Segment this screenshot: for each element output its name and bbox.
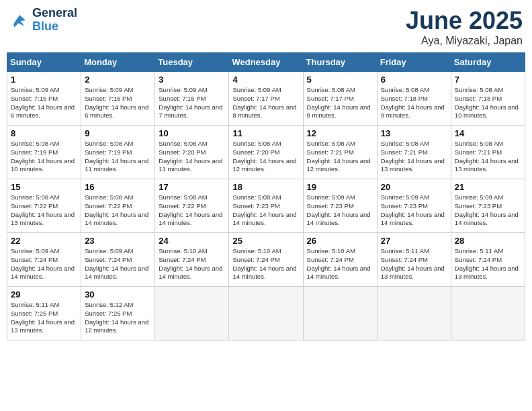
table-row: 15 Sunrise: 5:08 AM Sunset: 7:22 PM Dayl… [7,179,81,233]
table-row: 5 Sunrise: 5:08 AM Sunset: 7:17 PM Dayli… [303,72,377,126]
day-detail: Sunrise: 5:09 AM Sunset: 7:17 PM Dayligh… [232,86,299,120]
day-detail: Sunrise: 5:08 AM Sunset: 7:21 PM Dayligh… [381,140,447,174]
table-row [451,287,525,340]
day-detail: Sunrise: 5:10 AM Sunset: 7:24 PM Dayligh… [232,247,299,281]
day-detail: Sunrise: 5:08 AM Sunset: 7:22 PM Dayligh… [159,193,225,228]
day-detail: Sunrise: 5:08 AM Sunset: 7:17 PM Dayligh… [307,86,373,120]
day-number: 17 [159,182,225,192]
table-row: 2 Sunrise: 5:09 AM Sunset: 7:16 PM Dayli… [81,72,155,126]
table-row: 23 Sunrise: 5:09 AM Sunset: 7:24 PM Dayl… [81,233,155,287]
day-detail: Sunrise: 5:08 AM Sunset: 7:22 PM Dayligh… [11,193,77,228]
day-detail: Sunrise: 5:09 AM Sunset: 7:24 PM Dayligh… [11,247,77,281]
month-title: June 2025 [406,7,523,35]
calendar-week-row: 29 Sunrise: 5:11 AM Sunset: 7:25 PM Dayl… [7,287,525,340]
day-number: 25 [232,236,299,246]
table-row: 19 Sunrise: 5:09 AM Sunset: 7:23 PM Dayl… [303,179,377,233]
logo-line2: Blue [32,20,77,34]
day-detail: Sunrise: 5:08 AM Sunset: 7:19 PM Dayligh… [85,140,151,174]
table-row: 17 Sunrise: 5:08 AM Sunset: 7:22 PM Dayl… [155,179,229,233]
header-tuesday: Tuesday [155,53,229,72]
weekday-header-row: Sunday Monday Tuesday Wednesday Thursday… [7,53,525,72]
day-number: 26 [307,236,373,246]
day-detail: Sunrise: 5:09 AM Sunset: 7:15 PM Dayligh… [11,86,77,120]
day-number: 19 [307,182,373,192]
table-row [377,287,451,340]
day-number: 23 [85,236,151,246]
day-detail: Sunrise: 5:10 AM Sunset: 7:24 PM Dayligh… [159,247,225,281]
table-row [229,287,303,340]
day-detail: Sunrise: 5:09 AM Sunset: 7:24 PM Dayligh… [85,247,151,281]
svg-marker-0 [13,15,26,27]
day-number: 10 [159,128,225,138]
day-number: 22 [11,236,77,246]
table-row: 22 Sunrise: 5:09 AM Sunset: 7:24 PM Dayl… [7,233,81,287]
table-row: 11 Sunrise: 5:08 AM Sunset: 7:20 PM Dayl… [229,126,303,179]
table-row: 20 Sunrise: 5:09 AM Sunset: 7:23 PM Dayl… [377,179,451,233]
day-detail: Sunrise: 5:08 AM Sunset: 7:18 PM Dayligh… [455,86,521,120]
table-row: 4 Sunrise: 5:09 AM Sunset: 7:17 PM Dayli… [229,72,303,126]
calendar-week-row: 22 Sunrise: 5:09 AM Sunset: 7:24 PM Dayl… [7,233,525,287]
table-row: 9 Sunrise: 5:08 AM Sunset: 7:19 PM Dayli… [81,126,155,179]
day-number: 4 [232,75,299,85]
day-number: 13 [381,128,447,138]
table-row: 26 Sunrise: 5:10 AM Sunset: 7:24 PM Dayl… [303,233,377,287]
header-thursday: Thursday [303,53,377,72]
table-row: 14 Sunrise: 5:08 AM Sunset: 7:21 PM Dayl… [451,126,525,179]
header-friday: Friday [377,53,451,72]
day-detail: Sunrise: 5:09 AM Sunset: 7:16 PM Dayligh… [159,86,225,120]
table-row: 8 Sunrise: 5:08 AM Sunset: 7:19 PM Dayli… [7,126,81,179]
table-row: 6 Sunrise: 5:08 AM Sunset: 7:18 PM Dayli… [377,72,451,126]
table-row: 27 Sunrise: 5:11 AM Sunset: 7:24 PM Dayl… [377,233,451,287]
day-number: 8 [11,128,77,138]
location-title: Aya, Miyazaki, Japan [406,35,523,47]
day-number: 2 [85,75,151,85]
calendar-week-row: 8 Sunrise: 5:08 AM Sunset: 7:19 PM Dayli… [7,126,525,179]
logo-text: General Blue [32,7,77,34]
logo-icon [9,10,30,30]
day-number: 6 [381,75,447,85]
table-row: 16 Sunrise: 5:08 AM Sunset: 7:22 PM Dayl… [81,179,155,233]
table-row: 7 Sunrise: 5:08 AM Sunset: 7:18 PM Dayli… [451,72,525,126]
day-detail: Sunrise: 5:08 AM Sunset: 7:23 PM Dayligh… [232,193,299,228]
logo-line1: General [32,7,77,20]
day-detail: Sunrise: 5:08 AM Sunset: 7:18 PM Dayligh… [381,86,447,120]
table-row: 3 Sunrise: 5:09 AM Sunset: 7:16 PM Dayli… [155,72,229,126]
table-row: 1 Sunrise: 5:09 AM Sunset: 7:15 PM Dayli… [7,72,81,126]
table-row [155,287,229,340]
day-number: 1 [11,75,77,85]
table-row: 13 Sunrise: 5:08 AM Sunset: 7:21 PM Dayl… [377,126,451,179]
table-row: 24 Sunrise: 5:10 AM Sunset: 7:24 PM Dayl… [155,233,229,287]
day-detail: Sunrise: 5:09 AM Sunset: 7:23 PM Dayligh… [381,193,447,228]
day-detail: Sunrise: 5:11 AM Sunset: 7:25 PM Dayligh… [11,301,77,335]
table-row: 18 Sunrise: 5:08 AM Sunset: 7:23 PM Dayl… [229,179,303,233]
day-number: 30 [85,289,151,300]
header-monday: Monday [81,53,155,72]
day-number: 24 [159,236,225,246]
table-row: 10 Sunrise: 5:08 AM Sunset: 7:20 PM Dayl… [155,126,229,179]
day-number: 15 [11,182,77,192]
logo: General Blue [9,7,77,34]
day-number: 29 [11,289,77,300]
day-detail: Sunrise: 5:09 AM Sunset: 7:23 PM Dayligh… [455,193,521,228]
day-number: 27 [381,236,447,246]
table-row: 21 Sunrise: 5:09 AM Sunset: 7:23 PM Dayl… [451,179,525,233]
header-sunday: Sunday [7,53,81,72]
day-number: 21 [455,182,521,192]
table-row: 30 Sunrise: 5:12 AM Sunset: 7:25 PM Dayl… [81,287,155,340]
day-detail: Sunrise: 5:08 AM Sunset: 7:21 PM Dayligh… [455,140,521,174]
day-detail: Sunrise: 5:09 AM Sunset: 7:23 PM Dayligh… [307,193,373,228]
day-detail: Sunrise: 5:09 AM Sunset: 7:16 PM Dayligh… [85,86,151,120]
table-row: 12 Sunrise: 5:08 AM Sunset: 7:21 PM Dayl… [303,126,377,179]
calendar-week-row: 15 Sunrise: 5:08 AM Sunset: 7:22 PM Dayl… [7,179,525,233]
day-number: 9 [85,128,151,138]
header-saturday: Saturday [451,53,525,72]
day-number: 7 [455,75,521,85]
day-number: 16 [85,182,151,192]
day-detail: Sunrise: 5:08 AM Sunset: 7:20 PM Dayligh… [232,140,299,174]
day-detail: Sunrise: 5:12 AM Sunset: 7:25 PM Dayligh… [85,301,151,335]
day-detail: Sunrise: 5:08 AM Sunset: 7:20 PM Dayligh… [159,140,225,174]
day-detail: Sunrise: 5:11 AM Sunset: 7:24 PM Dayligh… [455,247,521,281]
day-number: 20 [381,182,447,192]
table-row: 28 Sunrise: 5:11 AM Sunset: 7:24 PM Dayl… [451,233,525,287]
day-number: 11 [232,128,299,138]
